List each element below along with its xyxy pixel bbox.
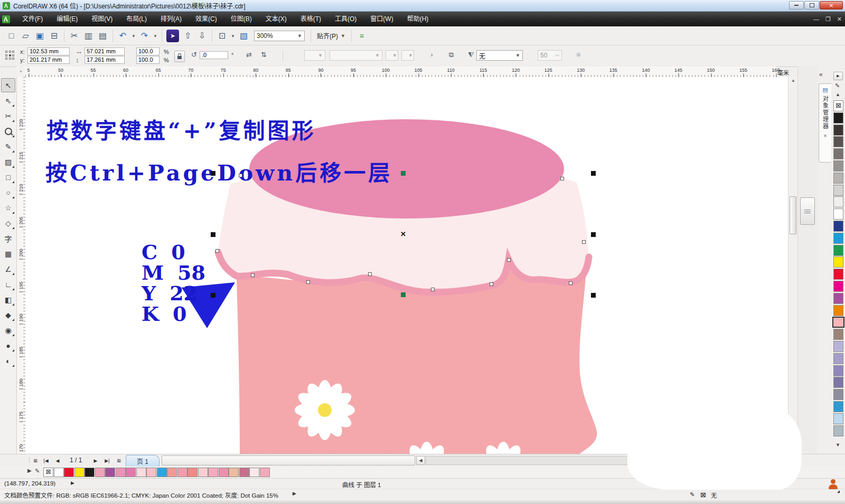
docker-collapse-icon[interactable]: « [819, 71, 823, 78]
menu-item-v[interactable]: 视图(V) [84, 12, 119, 26]
transparency-spinner[interactable]: 50 ⇦ [538, 50, 562, 61]
color-swatch[interactable] [833, 377, 843, 388]
welcome-screen-button[interactable]: ▧ [237, 28, 251, 43]
lock-ratio-button[interactable] [174, 51, 185, 62]
doc-restore-button[interactable]: ❐ [825, 16, 831, 23]
application-launcher-button[interactable]: ⊡ [215, 28, 229, 43]
interactive-fill-tool[interactable]: ◐ [1, 354, 15, 368]
curve-node[interactable] [239, 174, 242, 177]
palette-eyedropper-icon[interactable]: ✎ [835, 82, 840, 89]
selection-handle[interactable] [591, 293, 596, 298]
no-color-swatch[interactable]: ⊠ [833, 100, 843, 111]
save-button[interactable]: ▣ [33, 28, 47, 43]
vertical-scrollbar-thumb[interactable] [790, 196, 796, 234]
color-swatch[interactable] [833, 233, 843, 244]
membership-person-icon[interactable] [827, 479, 839, 493]
menu-item-b[interactable]: 位图(B) [224, 12, 259, 26]
mirror-horizontal-button[interactable]: ⇄ [246, 51, 252, 59]
color-swatch[interactable] [833, 401, 843, 412]
color-swatch[interactable] [833, 256, 843, 268]
color-swatch[interactable] [74, 468, 84, 477]
page-tab[interactable]: 页 1 [126, 455, 159, 467]
menu-item-w[interactable]: 窗口(W) [363, 12, 400, 26]
color-swatch[interactable] [833, 196, 843, 207]
color-swatch[interactable] [833, 245, 843, 256]
close-button[interactable]: ✕ [820, 1, 843, 9]
text-tool[interactable]: 字 [1, 231, 15, 245]
color-swatch[interactable] [833, 353, 843, 364]
scale-x-field[interactable] [136, 47, 159, 55]
color-swatch[interactable] [833, 329, 843, 340]
curve-node[interactable] [306, 280, 310, 284]
ellipse-tool[interactable]: ○ [1, 185, 15, 199]
zoom-tool[interactable] [1, 124, 15, 138]
scroll-up-icon[interactable]: ▲ [790, 78, 796, 83]
node-handle-selected[interactable] [401, 171, 406, 176]
selection-handle[interactable] [211, 171, 215, 176]
copy-button[interactable]: ▥ [81, 28, 96, 43]
paste-button[interactable]: ▤ [96, 28, 110, 43]
outline-pen-tool[interactable]: ◉ [1, 323, 15, 337]
size-combo[interactable]: ▼ [386, 50, 398, 61]
selection-handle[interactable] [591, 232, 596, 237]
color-swatch[interactable] [198, 468, 208, 477]
restore-button[interactable] [804, 1, 819, 9]
rotation-angle-field[interactable] [200, 51, 228, 59]
expand-icon[interactable]: ▶ [293, 491, 296, 496]
print-button[interactable]: ⊟ [47, 28, 61, 43]
menu-item-h[interactable]: 帮助(H) [400, 12, 436, 26]
color-swatch[interactable] [157, 468, 167, 477]
freehand-tool[interactable]: ✎ [1, 139, 15, 154]
curve-node[interactable] [582, 240, 586, 244]
color-swatch[interactable] [105, 468, 115, 477]
palette-flyout-button[interactable]: ▶ [833, 72, 843, 80]
curve-node[interactable] [560, 177, 564, 180]
mirror-vertical-button[interactable]: ⇅ [261, 51, 267, 59]
color-swatch[interactable] [187, 468, 198, 477]
color-swatch[interactable] [833, 208, 843, 220]
color-swatch[interactable] [833, 173, 843, 184]
color-swatch[interactable] [146, 468, 156, 477]
layer-order-button[interactable]: ⧉ [449, 51, 454, 59]
horizontal-scrollbar-thumb[interactable] [162, 455, 415, 465]
pick-tool[interactable]: ↖ [1, 78, 15, 92]
horizontal-ruler[interactable]: 5505560657075808590951001051101151201251… [25, 66, 776, 78]
color-swatch[interactable] [833, 269, 843, 280]
no-color-swatch[interactable]: ⊠ [43, 468, 53, 477]
color-swatch[interactable] [833, 389, 843, 400]
first-page-button[interactable]: |◀ [41, 456, 51, 465]
vertical-scrollbar[interactable]: ▲ ▼ [788, 77, 798, 454]
canvas[interactable]: 按数字键盘“+”复制图形 按Ctrl+PageDown后移一层 C0M58Y22… [25, 77, 788, 454]
palette-eyedropper-icon[interactable]: ✎ [35, 468, 40, 474]
color-swatch[interactable] [54, 468, 64, 477]
color-swatch[interactable] [219, 468, 229, 477]
scale-y-field[interactable] [136, 56, 159, 64]
undo-button[interactable]: ↶ [116, 28, 130, 43]
node-handle-selected[interactable] [401, 292, 406, 297]
new-document-button[interactable]: □ [4, 28, 18, 43]
color-swatch[interactable] [126, 468, 136, 477]
color-swatch[interactable] [177, 468, 187, 477]
color-swatch[interactable] [833, 425, 843, 436]
redo-button[interactable]: ↷ [137, 28, 152, 43]
fill-tool[interactable]: ● [1, 338, 15, 353]
color-swatch[interactable] [833, 221, 843, 232]
next-page-button[interactable]: ▶ [91, 456, 100, 465]
previous-page-button[interactable]: ◀ [53, 456, 62, 465]
color-swatch[interactable] [167, 468, 177, 477]
dimension-tool[interactable]: ∠ [1, 262, 15, 276]
font-combo[interactable]: ▼ [330, 50, 382, 61]
menu-item-e[interactable]: 编辑(E) [50, 12, 84, 26]
import-button[interactable]: ➤ [166, 30, 179, 42]
color-swatch[interactable] [64, 468, 74, 477]
color-swatch[interactable] [833, 365, 843, 376]
curve-node[interactable] [215, 249, 219, 253]
curve-node[interactable] [569, 281, 572, 285]
add-page-end-button[interactable]: ⊞ [114, 456, 124, 465]
color-swatch[interactable] [833, 413, 843, 424]
color-swatch[interactable] [833, 148, 843, 159]
last-page-button[interactable]: ▶| [102, 456, 112, 465]
connector-tool[interactable]: ∟ [1, 277, 15, 291]
undo-dropdown[interactable]: ▾ [130, 28, 137, 43]
rectangle-tool[interactable]: □ [1, 170, 15, 184]
